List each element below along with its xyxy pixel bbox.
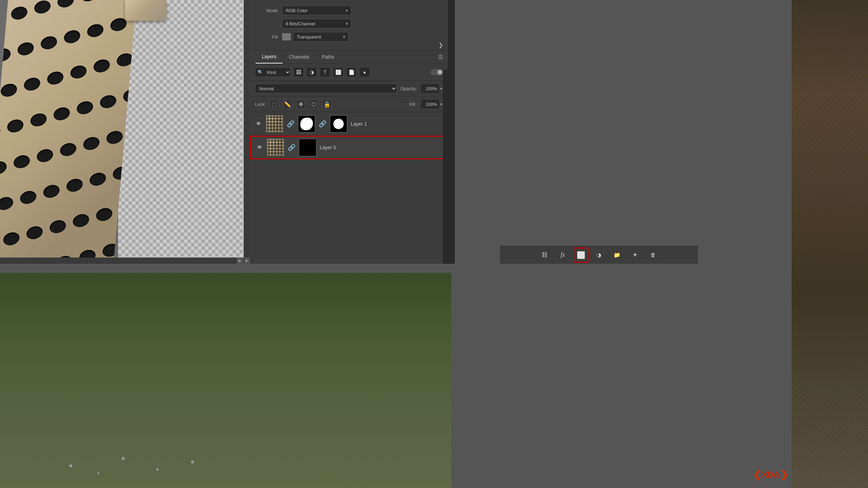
lock-artboard-btn[interactable]: ⬡ <box>309 100 318 109</box>
tab-layers[interactable]: Layers <box>256 50 283 64</box>
blend-opacity-row: Normal Opacity: ▼ <box>250 81 448 96</box>
fill-dropdown-wrapper: Transparent <box>293 32 349 42</box>
bits-dropdown-wrapper: 8 Bits/Channel <box>282 19 351 28</box>
fill-input[interactable] <box>420 99 440 109</box>
filter-bar: 🔍 Kind 🖼 ◑ T ⬜ 📄 ● <box>250 64 448 81</box>
layer0-texture-thumb <box>267 139 284 156</box>
fill-label-lock: Fill: <box>409 102 416 107</box>
layer0-name: Layer 0 <box>320 145 442 150</box>
scroll-right-arrow[interactable]: ▶ <box>244 258 250 264</box>
tab-channels[interactable]: Channels <box>283 51 316 63</box>
scroll-next-panel[interactable]: ▶ <box>237 258 243 264</box>
filter-image-icon-btn[interactable]: 🖼 <box>293 67 304 77</box>
link-layers-button[interactable]: ⛓ <box>539 250 550 261</box>
mode-row: Mode RGB Color <box>257 6 441 15</box>
bits-dropdown[interactable]: 8 Bits/Channel <box>282 19 351 28</box>
fill-dropdown[interactable]: Transparent <box>293 32 349 42</box>
blend-mode-dropdown[interactable]: Normal <box>255 84 397 93</box>
collapse-arrow[interactable]: ❯ <box>439 42 443 48</box>
mode-label: Mode <box>257 8 278 13</box>
fill-dropdown-arrow[interactable]: ▼ <box>440 102 443 106</box>
layer1-texture-thumb <box>266 115 283 133</box>
canvas-scrollbar-right[interactable]: ▼ <box>244 0 250 264</box>
mode-dropdown[interactable]: RGB Color <box>282 6 351 15</box>
canvas-scrollbar-bottom[interactable]: ▶ ▶ <box>0 258 250 264</box>
opacity-dropdown-arrow[interactable]: ▼ <box>440 87 443 91</box>
transparent-canvas <box>118 0 250 264</box>
mac-pro-image <box>0 0 136 264</box>
layers-panel: Mode RGB Color 8 Bits/Channel Fill Tra <box>250 0 448 264</box>
delete-layer-button[interactable]: 🗑 <box>648 250 659 261</box>
blend-dropdown-wrapper: Normal <box>255 84 397 93</box>
tab-menu-icon[interactable]: ☰ <box>438 54 443 60</box>
layers-empty-area <box>250 159 448 194</box>
layer-row-layer1[interactable]: 👁 🔗 🔗 Layer 1 <box>250 112 448 136</box>
document-settings: Mode RGB Color 8 Bits/Channel Fill Tra <box>250 0 448 50</box>
opacity-label: Opacity: <box>400 86 417 91</box>
fill-label: Fill <box>257 34 278 40</box>
layers-scrollbar[interactable] <box>443 69 448 264</box>
filter-toggle[interactable] <box>431 69 443 75</box>
layer0-mask-thumb <box>299 139 316 156</box>
group-button[interactable]: 📁 <box>611 250 623 261</box>
lock-label: Lock: <box>255 102 266 107</box>
layer1-name: Layer 1 <box>351 121 443 127</box>
right-panel-strip <box>448 0 455 264</box>
filter-toggle-dot <box>437 70 442 75</box>
mode-dropdown-wrapper: RGB Color <box>282 6 351 15</box>
filter-smart-icon-btn[interactable]: 📄 <box>346 67 357 77</box>
filter-dot-icon-btn[interactable]: ● <box>359 67 370 77</box>
xda-logo: ❮ XDA ❯ <box>753 469 788 480</box>
fill-row: Fill Transparent <box>257 32 441 42</box>
bottom-toolbar: ⛓ fx ⬜ ◑ 📁 + 🗑 <box>500 246 698 264</box>
fx-button[interactable]: fx <box>557 250 568 261</box>
layer-row-layer0[interactable]: 👁 🔗 Layer 0 <box>250 136 448 159</box>
layer1-mask2-thumb <box>330 115 347 133</box>
usb-connector <box>125 0 167 21</box>
lock-transparent-btn[interactable]: ⬚ <box>270 100 279 109</box>
xda-bracket-right: ❯ <box>780 469 788 480</box>
layer1-mask-thumb <box>298 115 315 133</box>
adjustment-button[interactable]: ◑ <box>593 250 604 261</box>
filter-shape-icon-btn[interactable]: ⬜ <box>333 67 343 77</box>
layer1-chain-icon-2[interactable]: 🔗 <box>319 120 326 128</box>
search-icon: 🔍 <box>258 70 263 75</box>
filter-adjust-icon-btn[interactable]: ◑ <box>307 67 317 77</box>
lock-position-btn[interactable]: ✥ <box>296 100 305 109</box>
layer0-chain-icon[interactable]: 🔗 <box>288 144 295 151</box>
lock-row: Lock: ⬚ ✏️ ✥ ⬡ 🔒 Fill: ▼ <box>250 96 448 112</box>
fill-swatch[interactable] <box>282 33 291 41</box>
tab-bar: Layers Channels Paths ☰ <box>250 50 448 64</box>
layer1-chain-icon[interactable]: 🔗 <box>287 120 294 128</box>
nature-background-bottom <box>0 273 451 488</box>
xda-bracket-left: ❮ <box>753 469 761 480</box>
opacity-input-wrapper: ▼ <box>420 84 443 93</box>
fill-input-wrapper: ▼ <box>420 99 443 109</box>
layer0-visibility-toggle[interactable]: 👁 <box>256 144 264 151</box>
right-background-photo <box>792 0 868 488</box>
canvas-area[interactable]: ▼ ▶ ▶ <box>0 0 250 264</box>
bits-row: 8 Bits/Channel <box>257 19 441 28</box>
filter-text-icon-btn[interactable]: T <box>320 67 330 77</box>
filter-search-wrapper: 🔍 Kind <box>255 67 291 77</box>
add-mask-button-wrapper: ⬜ <box>575 250 586 261</box>
new-layer-button[interactable]: + <box>629 250 641 261</box>
xda-text: XDA <box>762 470 779 480</box>
add-mask-button[interactable]: ⬜ <box>575 250 586 261</box>
lock-all-btn[interactable]: 🔒 <box>323 100 332 109</box>
tab-paths[interactable]: Paths <box>316 51 341 63</box>
layer1-visibility-toggle[interactable]: 👁 <box>255 121 262 127</box>
lock-image-btn[interactable]: ✏️ <box>283 100 292 109</box>
opacity-input[interactable] <box>420 84 440 93</box>
